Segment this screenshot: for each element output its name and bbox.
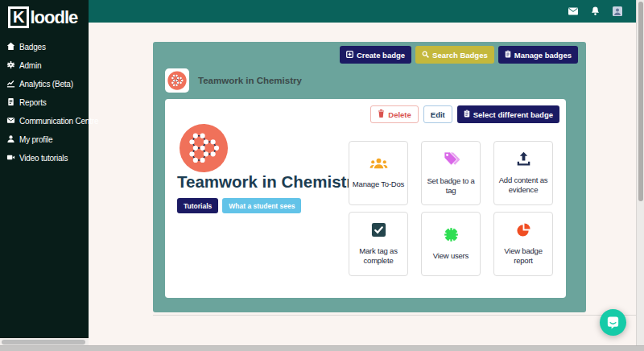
- set-badge-to-tag-card[interactable]: Set badge to a tag: [421, 141, 481, 205]
- tutorials-button[interactable]: Tutorials: [177, 198, 218, 213]
- badge-management-panel: Create badge Search Badges Manage badges…: [153, 42, 586, 312]
- logo-text: loodle: [30, 7, 77, 28]
- cogs-icon: [6, 60, 15, 71]
- delete-button[interactable]: Delete: [370, 105, 419, 123]
- view-users-card[interactable]: View users: [421, 212, 481, 276]
- badge-action-buttons: Delete Edit Select different badge: [370, 105, 559, 123]
- card-label: View badge report: [496, 246, 551, 266]
- sidebar-item-label: Analytics (Beta): [19, 80, 73, 89]
- sidebar-horizontal-scrollbar[interactable]: [0, 338, 89, 345]
- card-label: Mark tag as complete: [351, 246, 406, 266]
- home-icon: [6, 42, 15, 52]
- panel-bottom-divider: [153, 315, 636, 316]
- chat-launcher-button[interactable]: [600, 309, 626, 336]
- horizontal-scrollbar[interactable]: [0, 345, 644, 351]
- badge-detail-card: Delete Edit Select different badge Teamw…: [165, 99, 566, 298]
- tags-icon: [443, 151, 460, 171]
- badge-sub-buttons: Tutorials What a student sees: [177, 198, 301, 213]
- bell-icon[interactable]: [591, 6, 600, 16]
- mark-tag-complete-card[interactable]: Mark tag as complete: [349, 212, 408, 276]
- sidebar-item-label: Badges: [19, 43, 46, 52]
- create-badge-button[interactable]: Create badge: [340, 46, 411, 64]
- chat-bubble-icon: [605, 315, 621, 330]
- sidebar-item-reports[interactable]: Reports: [0, 93, 89, 112]
- profile-icon[interactable]: [613, 6, 622, 16]
- molecule-badge-icon: [179, 123, 229, 173]
- badge-breadcrumb: Teamwork in Chemistry: [165, 68, 302, 93]
- search-icon: [422, 51, 429, 60]
- clipboard-icon: [505, 50, 511, 60]
- badge-image: [179, 123, 229, 176]
- check-square-icon: [371, 222, 386, 241]
- sidebar-item-video-tutorials[interactable]: Video tutorials: [0, 149, 89, 167]
- sidebar-item-analytics[interactable]: Analytics (Beta): [0, 75, 89, 93]
- sidebar-item-admin[interactable]: Admin: [0, 56, 89, 75]
- user-icon: [6, 134, 15, 145]
- upload-icon: [516, 151, 531, 170]
- view-badge-report-card[interactable]: View badge report: [493, 212, 553, 276]
- top-header-bar: [89, 0, 636, 23]
- sidebar-item-label: Reports: [19, 98, 47, 107]
- plus-square-icon: [346, 51, 353, 60]
- sidebar-item-badges[interactable]: Badges: [0, 38, 89, 56]
- manage-todos-card[interactable]: Manage To-Dos: [349, 141, 408, 205]
- sidebar-item-label: My profile: [19, 135, 52, 144]
- card-label: Add content as evidence: [496, 176, 551, 196]
- scrollbar-thumb[interactable]: [2, 340, 85, 345]
- video-icon: [6, 153, 15, 163]
- burst-icon: [444, 227, 459, 246]
- manage-badges-button[interactable]: Manage badges: [498, 46, 578, 64]
- sidebar-item-label: Video tutorials: [19, 154, 68, 163]
- card-label: View users: [433, 251, 469, 261]
- search-badges-button[interactable]: Search Badges: [415, 46, 494, 64]
- sidebar-item-communication[interactable]: Communication Centre: [0, 112, 89, 130]
- sidebar: Kloodle Badges Admin Analytics (Beta) Re…: [0, 0, 89, 338]
- logo-k-box: K: [8, 6, 29, 28]
- card-label: Set badge to a tag: [423, 176, 478, 196]
- pie-chart-icon: [516, 222, 531, 241]
- what-a-student-sees-button[interactable]: What a student sees: [222, 198, 301, 213]
- add-content-evidence-card[interactable]: Add content as evidence: [493, 141, 553, 205]
- scrollbar-thumb[interactable]: [638, 2, 643, 201]
- trash-icon: [378, 109, 385, 119]
- molecule-badge-icon: [167, 71, 187, 90]
- badge-thumbnail: [165, 68, 189, 93]
- mail-icon[interactable]: [568, 7, 578, 15]
- badge-title: Teamwork in Chemistry: [177, 172, 362, 192]
- badge-breadcrumb-title: Teamwork in Chemistry: [198, 76, 302, 85]
- edit-button[interactable]: Edit: [423, 105, 452, 123]
- select-different-badge-button[interactable]: Select different badge: [457, 105, 559, 123]
- users-icon: [369, 157, 388, 174]
- report-icon: [6, 97, 15, 108]
- badge-actions-grid: Manage To-Dos Set badge to a tag Add con…: [349, 141, 553, 276]
- card-label: Manage To-Dos: [353, 180, 404, 189]
- badge-toolbar: Create badge Search Badges Manage badges: [340, 46, 578, 64]
- sidebar-item-label: Admin: [19, 61, 41, 70]
- sidebar-item-profile[interactable]: My profile: [0, 130, 89, 149]
- envelope-icon: [6, 116, 15, 126]
- kloodle-logo[interactable]: Kloodle: [0, 0, 89, 28]
- vertical-scrollbar[interactable]: [636, 0, 644, 351]
- clipboard-icon: [464, 109, 470, 119]
- sidebar-nav: Badges Admin Analytics (Beta) Reports Co…: [0, 38, 89, 167]
- sidebar-item-label: Communication Centre: [19, 117, 98, 126]
- chart-line-icon: [6, 79, 15, 89]
